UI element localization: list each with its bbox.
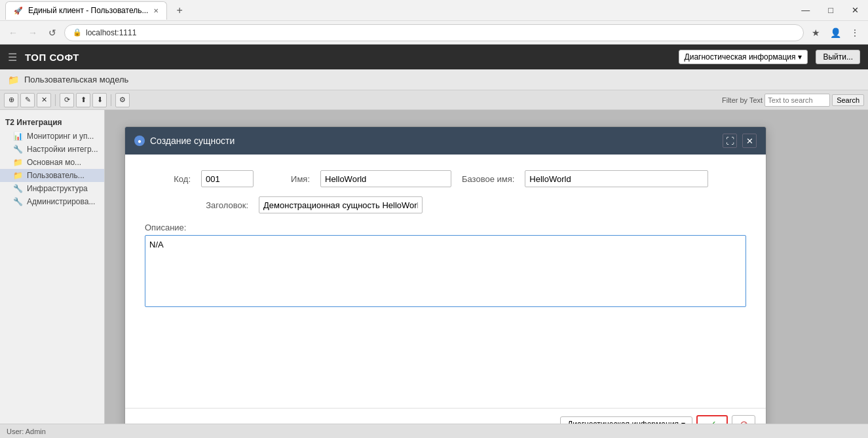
sidebar-item-infrastructure[interactable]: 🔧 Инфраструктура <box>0 182 104 195</box>
modal-maximize-btn[interactable]: ⛶ <box>723 134 737 148</box>
status-text: User: Admin <box>7 428 46 435</box>
filter-input[interactable] <box>764 94 830 107</box>
desc-label: Описание: <box>145 223 746 232</box>
modal-body: Код: Имя: Базовое имя: Заголовок: <box>125 155 766 408</box>
modal-icon-symbol: ● <box>138 137 142 145</box>
toolbar-btn-5[interactable]: ⬆ <box>76 93 90 107</box>
form-row-1: Код: Имя: Базовое имя: <box>145 170 746 187</box>
sidebar-label-user-model: Пользователь... <box>27 171 85 180</box>
folder-icon: 📁 <box>8 75 19 85</box>
title-label: Заголовок: <box>202 200 248 210</box>
sidebar-label-settings: Настройки интегр... <box>27 145 98 154</box>
toolbar-btn-4[interactable]: ⟳ <box>60 93 74 107</box>
code-input[interactable] <box>201 170 254 187</box>
sidebar-label-admin: Администрирова... <box>27 197 95 206</box>
sidebar-label-monitoring: Мониторинг и уп... <box>27 132 94 141</box>
code-label: Код: <box>145 174 191 184</box>
user-model-icon: 📁 <box>13 171 23 180</box>
footer-diag-arrow-icon: ▾ <box>681 420 685 424</box>
sidebar-item-main-model[interactable]: 📁 Основная мо... <box>0 156 104 169</box>
page-title: Пользовательская модель <box>24 75 128 84</box>
sidebar-section-t2[interactable]: Т2 Интеграция <box>0 115 104 130</box>
modal-title: Создание сущности <box>150 136 717 146</box>
sidebar-item-settings[interactable]: 🔧 Настройки интегр... <box>0 143 104 156</box>
modal-overlay: ● Создание сущности ⛶ ✕ Код: <box>105 110 868 424</box>
bookmark-icon[interactable]: ★ <box>808 25 823 41</box>
profile-icon[interactable]: 👤 <box>827 25 843 41</box>
base-name-input[interactable] <box>525 170 708 187</box>
sidebar-item-user-model[interactable]: 📁 Пользователь... <box>0 169 104 182</box>
new-tab-btn[interactable]: + <box>170 3 189 18</box>
address-bar[interactable]: 🔒 localhost:1111 <box>64 24 804 41</box>
cancel-icon: ⊘ <box>740 418 748 424</box>
desc-section: Описание: N/A <box>145 223 746 309</box>
title-input[interactable] <box>259 196 423 213</box>
check-icon: ✓ <box>708 418 717 424</box>
settings-icon: 🔧 <box>13 145 23 154</box>
diag-arrow-icon: ▾ <box>798 52 802 62</box>
sidebar-label-infrastructure: Инфраструктура <box>27 184 88 193</box>
tab-close-btn[interactable]: ✕ <box>153 7 159 14</box>
main-model-icon: 📁 <box>13 158 23 167</box>
footer-diag-dropdown[interactable]: Диагностическая информация ▾ <box>560 416 692 424</box>
sidebar-item-monitoring[interactable]: 📊 Мониторинг и уп... <box>0 130 104 143</box>
monitoring-icon: 📊 <box>13 132 23 141</box>
toolbar-sep-2 <box>111 94 111 106</box>
modal-icon: ● <box>134 136 145 146</box>
admin-icon: 🔧 <box>13 197 23 206</box>
modal-dialog: ● Создание сущности ⛶ ✕ Код: <box>124 126 766 424</box>
hamburger-menu[interactable]: ☰ <box>8 51 17 64</box>
tab-title: Единый клиент - Пользователь... <box>28 6 148 15</box>
logout-btn[interactable]: Выйти... <box>816 50 860 64</box>
cancel-btn[interactable]: ⊘ <box>732 415 755 424</box>
filter-label: Filter by Text <box>722 96 763 104</box>
diag-dropdown[interactable]: Диагностическая информация ▾ <box>679 50 808 64</box>
browser-tab[interactable]: 🚀 Единый клиент - Пользователь... ✕ <box>5 1 167 20</box>
menu-icon[interactable]: ⋮ <box>847 25 863 41</box>
form-row-2: Заголовок: <box>202 196 746 213</box>
toolbar-btn-2[interactable]: ✎ <box>20 93 35 107</box>
desc-textarea[interactable]: N/A <box>145 235 746 307</box>
toolbar-sep-1 <box>55 94 56 106</box>
toolbar-btn-6[interactable]: ⬇ <box>92 93 107 107</box>
sidebar-item-admin[interactable]: 🔧 Администрирова... <box>0 195 104 208</box>
infrastructure-icon: 🔧 <box>13 184 23 193</box>
base-name-label: Базовое имя: <box>462 174 514 184</box>
modal-footer: Диагностическая информация ▾ ✓ ⊘ <box>125 408 766 424</box>
confirm-btn[interactable]: ✓ <box>696 415 728 424</box>
toolbar-btn-1[interactable]: ⊕ <box>4 93 18 107</box>
close-btn[interactable]: ✕ <box>848 4 863 16</box>
toolbar-btn-7[interactable]: ⚙ <box>115 93 130 107</box>
back-btn[interactable]: ← <box>5 25 21 41</box>
forward-btn[interactable]: → <box>25 25 41 41</box>
toolbar-btn-3[interactable]: ✕ <box>37 93 51 107</box>
diag-label: Диагностическая информация <box>685 52 796 62</box>
name-input[interactable] <box>320 170 451 187</box>
lock-icon: 🔒 <box>73 28 82 37</box>
minimize-btn[interactable]: — <box>797 4 814 16</box>
modal-close-btn[interactable]: ✕ <box>742 134 757 148</box>
content-area: ● Создание сущности ⛶ ✕ Код: <box>105 110 868 424</box>
footer-diag-label: Диагностическая информация <box>567 420 679 424</box>
sidebar: Т2 Интеграция 📊 Мониторинг и уп... 🔧 Нас… <box>0 110 105 424</box>
modal-header: ● Создание сущности ⛶ ✕ <box>125 127 766 155</box>
name-label: Имя: <box>264 174 310 184</box>
status-bar: User: Admin <box>0 424 868 438</box>
t2-section-label: Т2 Интеграция <box>5 118 62 127</box>
refresh-btn[interactable]: ↺ <box>45 25 60 41</box>
app-title: ТОП СОФТ <box>25 52 79 63</box>
sidebar-label-main-model: Основная мо... <box>27 158 81 167</box>
url-text: localhost:1111 <box>86 28 136 37</box>
search-btn[interactable]: Search <box>832 94 864 106</box>
maximize-btn[interactable]: □ <box>824 4 837 16</box>
